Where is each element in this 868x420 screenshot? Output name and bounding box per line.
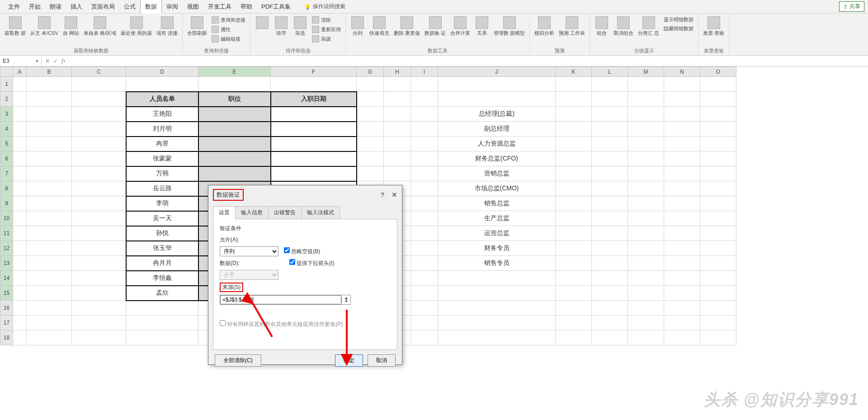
row-header[interactable]: 13 <box>0 256 13 271</box>
cell[interactable]: 市场总监(CMO) <box>438 181 556 196</box>
cell[interactable] <box>198 166 271 181</box>
col-header[interactable]: F <box>271 67 357 77</box>
cancel-button[interactable]: 取消 <box>368 354 396 367</box>
cell[interactable]: 人力资源总监 <box>438 137 556 151</box>
col-header[interactable]: G <box>357 67 384 77</box>
cell[interactable] <box>198 107 271 122</box>
cell[interactable] <box>198 122 271 137</box>
cell[interactable] <box>271 151 357 166</box>
col-header[interactable]: E <box>198 67 271 77</box>
chevron-down-icon[interactable]: ▾ <box>36 58 38 64</box>
col-header[interactable]: M <box>628 67 664 77</box>
checkbox[interactable] <box>284 247 290 253</box>
ungroup-button[interactable]: 取消组合 <box>612 15 635 38</box>
col-header[interactable]: L <box>592 67 628 77</box>
cell[interactable] <box>271 137 357 151</box>
show-detail-button[interactable]: 显示明细数据 <box>662 15 695 24</box>
enter-icon[interactable]: ✓ <box>53 58 58 64</box>
menu-pdf[interactable]: PDF工具集 <box>257 0 295 14</box>
data-model-button[interactable]: 管理数 据模型 <box>492 15 527 38</box>
checkbox[interactable] <box>220 320 226 326</box>
col-header[interactable]: O <box>700 67 736 77</box>
relationships-button[interactable]: 关系 <box>473 15 491 38</box>
menu-data[interactable]: 数据 <box>140 0 162 14</box>
row-header[interactable]: 11 <box>0 226 13 241</box>
remove-dup-button[interactable]: 删除 重复值 <box>392 15 422 38</box>
row-header[interactable]: 14 <box>0 271 13 286</box>
flash-fill-button[interactable]: 快速填充 <box>368 15 391 38</box>
cell[interactable]: 销售专员 <box>438 256 556 271</box>
consolidate-button[interactable]: 合并计算 <box>448 15 472 38</box>
cell[interactable]: 张蒙蒙 <box>126 151 198 166</box>
sort-button[interactable]: 排序 <box>272 15 290 38</box>
row-header[interactable]: 7 <box>0 166 13 181</box>
row-header[interactable]: 1 <box>0 77 13 92</box>
row-header[interactable]: 6 <box>0 151 13 166</box>
menu-file[interactable]: 文件 <box>4 0 24 14</box>
cell[interactable]: 营销总监 <box>438 166 556 181</box>
col-header[interactable]: N <box>664 67 700 77</box>
cell[interactable]: 吴一天 <box>126 211 198 226</box>
cell[interactable] <box>271 107 357 122</box>
col-header[interactable]: K <box>556 67 592 77</box>
forecast-button[interactable]: 预测 工作表 <box>557 15 587 38</box>
hide-detail-button[interactable]: 隐藏明细数据 <box>662 24 695 33</box>
cell[interactable]: 孙悦 <box>126 226 198 241</box>
cell[interactable] <box>198 137 271 151</box>
tab-input-msg[interactable]: 输入信息 <box>235 206 269 219</box>
dropdown-checkbox[interactable]: 提供下拉箭头(I) <box>289 259 335 267</box>
from-csv-button[interactable]: 从文 本/CSV <box>28 15 60 38</box>
cell[interactable]: 生产总监 <box>438 211 556 226</box>
menu-review[interactable]: 审阅 <box>162 0 183 14</box>
ok-button[interactable]: 确定 <box>335 354 363 367</box>
cell[interactable]: 运营总监 <box>438 226 556 241</box>
checkbox[interactable] <box>289 259 295 265</box>
row-header[interactable]: 4 <box>0 122 13 137</box>
text-to-cols-button[interactable]: 分列 <box>349 15 367 38</box>
properties-button[interactable]: 属性 <box>210 25 247 34</box>
row-header[interactable]: 12 <box>0 241 13 256</box>
menu-formulas[interactable]: 公式 <box>119 0 140 14</box>
dialog-titlebar[interactable]: 数据验证 ? ✕ <box>208 185 402 204</box>
range-picker-icon[interactable]: ↥ <box>341 297 350 303</box>
subtotal-button[interactable]: 分类汇 总 <box>636 15 661 38</box>
cell[interactable]: 刘月明 <box>126 122 198 137</box>
tab-error[interactable]: 出错警告 <box>268 206 302 219</box>
menu-help[interactable]: 帮助 <box>236 0 257 14</box>
existing-conn-button[interactable]: 现有 连接 <box>155 15 179 38</box>
ignore-blank-checkbox[interactable]: 忽略空值(B) <box>284 247 320 255</box>
select-all-corner[interactable] <box>0 67 13 77</box>
tell-me-search[interactable]: 💡 操作说明搜索 <box>304 3 345 10</box>
cell[interactable]: 岳云路 <box>126 181 198 196</box>
fx-icon[interactable]: fx <box>61 57 66 64</box>
share-button[interactable]: ⇪ 共享 <box>839 1 864 12</box>
menu-dev[interactable]: 开发工具 <box>203 0 236 14</box>
table-header[interactable]: 职位 <box>198 92 271 107</box>
tab-settings[interactable]: 设置 <box>213 206 236 219</box>
filter-button[interactable]: 筛选 <box>291 15 309 38</box>
tab-ime[interactable]: 输入法模式 <box>301 206 340 219</box>
cell[interactable]: 冉昱 <box>126 137 198 151</box>
cell[interactable]: 副总经理 <box>438 122 556 137</box>
cell[interactable] <box>198 151 271 166</box>
col-header[interactable]: A <box>13 67 27 77</box>
col-header[interactable]: J <box>438 67 556 77</box>
menu-home[interactable]: 开始 <box>24 0 45 14</box>
col-header[interactable]: H <box>384 67 411 77</box>
row-header[interactable]: 16 <box>0 301 13 316</box>
cancel-icon[interactable]: ✕ <box>45 58 50 64</box>
edit-links-button[interactable]: 编辑链接 <box>210 34 247 43</box>
row-header[interactable]: 15 <box>0 286 13 301</box>
menu-insert[interactable]: 插入 <box>66 0 87 14</box>
from-table-button[interactable]: 来自表 格/区域 <box>82 15 118 38</box>
cell[interactable] <box>271 122 357 137</box>
col-header[interactable]: C <box>72 67 126 77</box>
row-header[interactable]: 9 <box>0 196 13 211</box>
row-header[interactable]: 17 <box>0 316 13 330</box>
row-header[interactable]: 5 <box>0 137 13 151</box>
cell[interactable]: 财务专员 <box>438 241 556 256</box>
row-header[interactable]: 8 <box>0 181 13 196</box>
close-icon[interactable]: ✕ <box>392 191 397 199</box>
table-header[interactable]: 入职日期 <box>271 92 357 107</box>
from-web-button[interactable]: 自 网站 <box>61 15 81 38</box>
